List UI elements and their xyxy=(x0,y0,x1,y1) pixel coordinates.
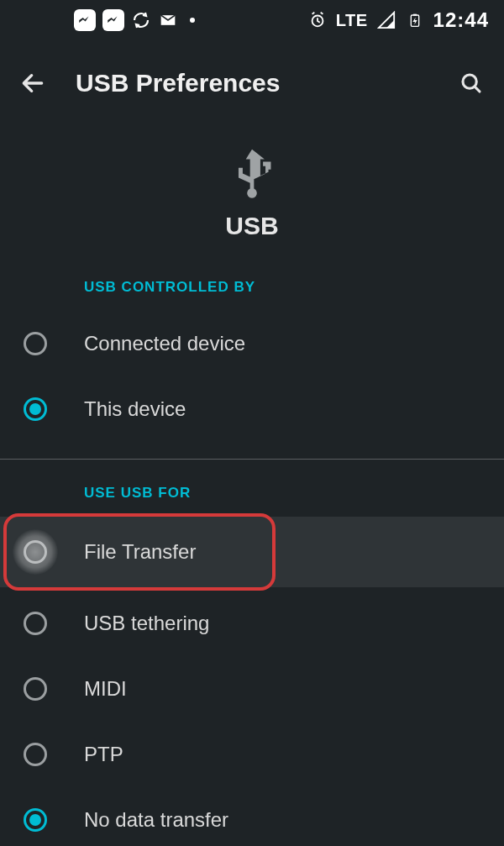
svg-rect-2 xyxy=(413,14,417,16)
mail-icon xyxy=(158,10,178,30)
radio-icon xyxy=(24,743,47,766)
radio-label: MIDI xyxy=(84,677,127,701)
radio-checked-icon xyxy=(24,397,47,421)
clock: 12:44 xyxy=(433,8,489,32)
radio-usb-tethering[interactable]: USB tethering xyxy=(0,591,504,656)
radio-icon xyxy=(24,612,47,635)
page-title: USB Preferences xyxy=(76,69,280,97)
arrow-left-icon xyxy=(19,70,46,97)
radio-checked-icon xyxy=(24,808,47,832)
radio-midi[interactable]: MIDI xyxy=(0,656,504,722)
radio-this-device[interactable]: This device xyxy=(0,376,504,442)
status-bar: LTE 12:44 xyxy=(0,0,504,40)
ripple-effect xyxy=(13,529,58,575)
radio-file-transfer[interactable]: File Transfer xyxy=(0,517,504,587)
search-icon xyxy=(459,71,484,96)
hero: USB xyxy=(0,145,504,240)
sync-icon xyxy=(131,10,151,30)
messenger-icon xyxy=(74,9,96,31)
messenger-icon xyxy=(102,9,124,31)
radio-label: Connected device xyxy=(84,332,245,355)
radio-connected-device[interactable]: Connected device xyxy=(0,311,504,376)
radio-icon xyxy=(24,677,47,701)
section-header-controlled-by: USB CONTROLLED BY xyxy=(0,279,504,296)
alarm-icon xyxy=(307,10,328,30)
battery-charging-icon xyxy=(405,10,425,30)
status-bar-right: LTE 12:44 xyxy=(307,8,489,32)
radio-label: This device xyxy=(84,397,186,421)
overflow-dot-icon xyxy=(190,18,195,23)
section-header-use-for: USE USB FOR xyxy=(0,485,504,502)
radio-icon xyxy=(24,332,47,355)
highlighted-option: File Transfer xyxy=(0,517,504,587)
radio-label: File Transfer xyxy=(84,540,196,564)
usb-icon xyxy=(223,145,281,203)
section-divider xyxy=(0,459,504,460)
status-bar-left xyxy=(15,9,195,31)
radio-label: No data transfer xyxy=(84,808,228,832)
radio-label: USB tethering xyxy=(84,612,209,635)
hero-label: USB xyxy=(225,212,278,240)
back-button[interactable] xyxy=(18,69,47,97)
network-type: LTE xyxy=(336,11,368,30)
radio-label: PTP xyxy=(84,743,123,766)
app-bar: USB Preferences xyxy=(0,52,504,114)
signal-icon xyxy=(376,10,396,30)
radio-ptp[interactable]: PTP xyxy=(0,722,504,787)
search-button[interactable] xyxy=(457,69,486,97)
radio-no-data-transfer[interactable]: No data transfer xyxy=(0,787,504,846)
